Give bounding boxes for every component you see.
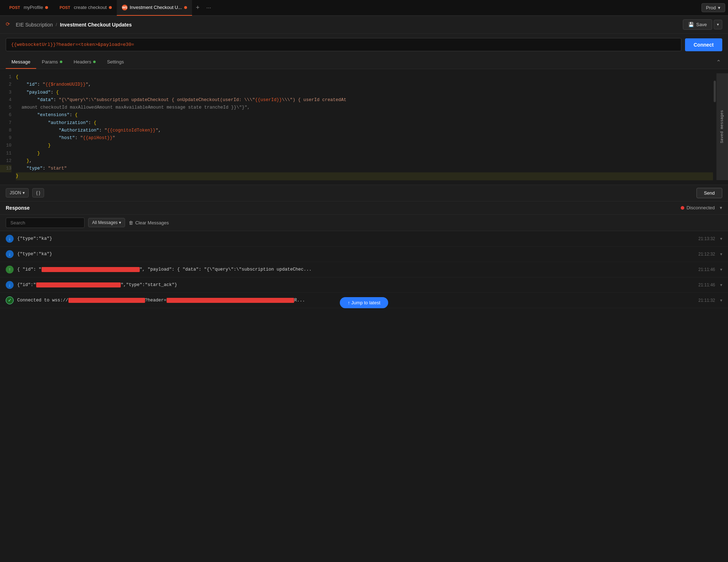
line-numbers: 12345 678910 111213 [0, 73, 16, 180]
tab-more-button[interactable]: ··· [203, 5, 214, 11]
msg-prefix: Connected to wss:// [17, 298, 68, 303]
env-label: Prod [706, 5, 716, 10]
message-row[interactable]: ↓ {"id":"███████████████████████████████… [0, 277, 728, 293]
trash-icon: 🗑 [129, 220, 133, 225]
message-time-4: 21:11:46 [698, 282, 715, 287]
tab-label-investment: Investment Checkout U... [130, 5, 182, 10]
breadcrumb-bar: ⟳ EIE Subscription / Investment Checkout… [0, 16, 728, 34]
format-selector[interactable]: JSON ▾ [6, 188, 29, 197]
response-collapse-button[interactable]: ▾ [720, 205, 722, 210]
msg-suffix: ", "payload": { "data": "{\"query\":\"su… [140, 267, 312, 272]
env-arrow: ▾ [718, 5, 720, 10]
response-title: Response [6, 205, 30, 211]
incoming-icon: ↓ [6, 281, 14, 289]
tab-settings-label: Settings [107, 59, 124, 65]
message-row[interactable]: ↓ {"type":"ka"} 21:13:32 ▾ [0, 231, 728, 247]
outgoing-icon: ↑ [6, 266, 14, 273]
breadcrumb-current: Investment Checkout Updates [60, 22, 132, 28]
breadcrumb-actions: 💾 Save ▾ [683, 19, 722, 30]
url-input[interactable] [6, 38, 681, 51]
saved-messages-tab[interactable]: Saved messages [717, 73, 728, 180]
clear-messages-button[interactable]: 🗑 Clear Messages [129, 220, 169, 225]
redacted-value: ████████████████████████████ [68, 298, 145, 303]
format-button[interactable]: { } [32, 188, 44, 197]
breadcrumb-parent[interactable]: EIE Subscription [16, 22, 53, 28]
code-line-1: { [16, 73, 713, 81]
search-input[interactable] [6, 218, 85, 228]
save-button[interactable]: 💾 Save [683, 19, 712, 30]
breadcrumb-separator: / [56, 22, 57, 27]
tab-message-label: Message [11, 59, 30, 65]
format-arrow: ▾ [23, 190, 25, 195]
redacted-value2: ████████████████████████████████████████… [167, 298, 294, 303]
save-icon: 💾 [688, 22, 694, 27]
bottom-toolbar: JSON ▾ { } Send [0, 185, 728, 201]
redacted-value: ████████████████████████████████████ [42, 267, 140, 272]
messages-list: ↓ {"type":"ka"} 21:13:32 ▾ ↓ {"type":"ka… [0, 231, 728, 308]
msg-mid: ?header= [145, 298, 167, 303]
tab-investment-checkout[interactable]: WS Investment Checkout U... [117, 0, 192, 16]
tab-bar: POST myProfile POST create checkout WS I… [0, 0, 728, 16]
tab-dot2 [109, 6, 112, 9]
response-toolbar: All Messages ▾ 🗑 Clear Messages [0, 215, 728, 231]
tab-add-button[interactable]: + [192, 0, 203, 16]
incoming-icon: ↓ [6, 250, 14, 258]
tab-myprofile[interactable]: POST myProfile [3, 0, 53, 16]
tab-method-post2: POST [58, 5, 72, 10]
message-row[interactable]: ↓ {"type":"ka"} 21:12:32 ▾ [0, 247, 728, 262]
collapse-button[interactable]: ⌃ [715, 57, 722, 67]
message-time-2: 21:12:32 [698, 252, 715, 257]
env-selector[interactable]: Prod ▾ [701, 3, 725, 12]
tab-params-label: Params [42, 59, 58, 65]
response-status: Disconnected ▾ [681, 205, 722, 210]
tab-label-create-checkout: create checkout [74, 5, 107, 10]
expand-icon: ▾ [720, 282, 722, 287]
connect-button[interactable]: Connect [685, 38, 722, 51]
connected-icon: ✓ [6, 296, 14, 304]
code-line-5: "extensions": { [16, 111, 713, 119]
expand-icon: ▾ [720, 236, 722, 241]
message-time-5: 21:11:32 [698, 298, 715, 303]
code-body[interactable]: { "id": "{{$randomUUID}}", "payload": { … [16, 73, 713, 180]
tab-message[interactable]: Message [6, 56, 36, 69]
send-button[interactable]: Send [696, 188, 722, 198]
tabs-left: Message Params Headers Settings [6, 56, 130, 69]
code-line-12: "type": "start" [16, 165, 713, 172]
message-row[interactable]: ↑ { "id": "█████████████████████████████… [0, 262, 728, 277]
code-line-13: } [16, 172, 713, 180]
format-label: JSON [10, 190, 21, 195]
expand-icon: ▾ [720, 252, 722, 257]
msg-end: R... [294, 298, 305, 303]
filter-label: All Messages [92, 220, 118, 225]
tab-label-myprofile: myProfile [24, 5, 43, 10]
tab-params[interactable]: Params [36, 56, 68, 69]
message-time-3: 21:11:46 [698, 267, 715, 272]
tab-settings[interactable]: Settings [101, 56, 130, 69]
code-line-9: } [16, 142, 713, 149]
code-line-3: "payload": { [16, 89, 713, 96]
code-line-10: } [16, 150, 713, 157]
tab-dot [45, 6, 48, 9]
status-dot [681, 206, 684, 210]
code-line-11: }, [16, 157, 713, 165]
messages-container: ↓ {"type":"ka"} 21:13:32 ▾ ↓ {"type":"ka… [0, 231, 728, 308]
code-line-4b: amount checkoutId maxAllowedAmount maxAv… [16, 104, 713, 111]
code-editor[interactable]: 12345 678910 111213 { "id": "{{$randomUU… [0, 69, 728, 185]
params-dot [60, 61, 62, 63]
code-line-8: "host": "{{apiHost}}" [16, 134, 713, 142]
message-content-1: {"type":"ka"} [17, 236, 695, 241]
tab-method-post: POST [8, 5, 21, 10]
jump-to-latest-button[interactable]: ↑ Jump to latest [340, 297, 388, 308]
code-line-7: "Authorization": "{{cognitoIdToken}}", [16, 127, 713, 134]
code-line-2: "id": "{{$randomUUID}}", [16, 81, 713, 89]
clear-label: Clear Messages [135, 220, 169, 225]
filter-dropdown[interactable]: All Messages ▾ [88, 218, 125, 227]
scrollbar[interactable] [714, 81, 716, 102]
tab-headers[interactable]: Headers [68, 56, 101, 69]
tab-headers-label: Headers [74, 59, 91, 65]
message-content-2: {"type":"ka"} [17, 252, 695, 257]
tab-create-checkout[interactable]: POST create checkout [53, 0, 117, 16]
status-label: Disconnected [686, 205, 715, 210]
save-dropdown-button[interactable]: ▾ [714, 20, 722, 29]
save-label: Save [696, 22, 707, 27]
